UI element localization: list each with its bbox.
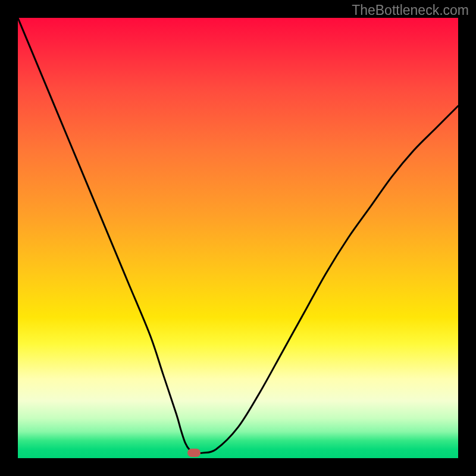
optimal-point-marker [187, 449, 201, 457]
chart-plot-area [18, 18, 458, 458]
watermark: TheBottleneck.com [352, 2, 469, 18]
bottleneck-curve [18, 18, 458, 453]
bottleneck-curve-svg [18, 18, 458, 458]
